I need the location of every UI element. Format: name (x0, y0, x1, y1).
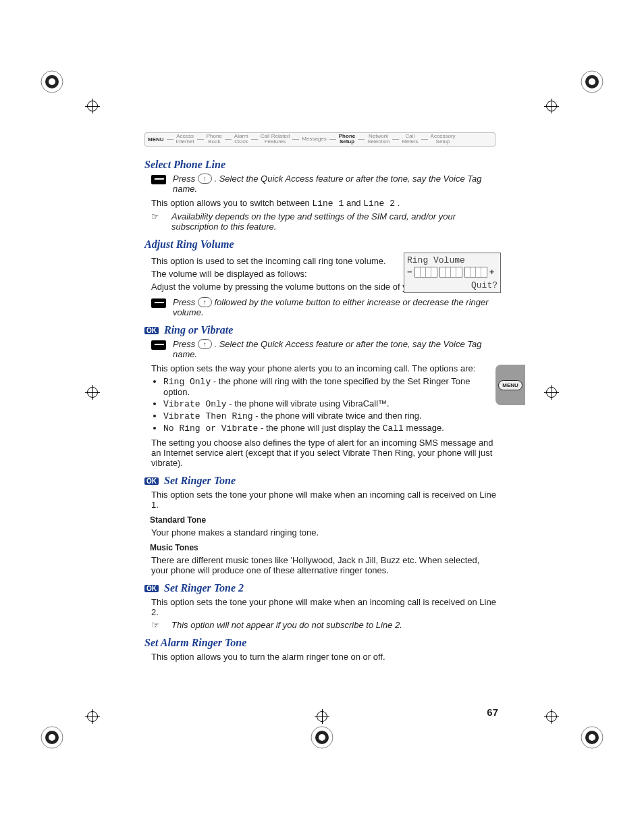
registration-mark-icon (311, 726, 333, 749)
body-text: This option sets the tone your phone wil… (151, 490, 498, 510)
tip-text: Press (173, 297, 198, 307)
list-item: Ring Only - the phone will ring with the… (163, 376, 498, 397)
list-item: No Ring or Vibrate - the phone will just… (163, 423, 498, 434)
volume-plus-icon: + (489, 267, 495, 278)
crosshair-icon (544, 385, 559, 400)
section-heading-adjust-ring-volume: Adjust Ring Volume (144, 238, 498, 251)
quick-access-icon (151, 175, 166, 184)
section-heading-set-ringer-tone-2: OK Set Ringer Tone 2 (144, 582, 498, 594)
section-heading-set-ringer-tone: OK Set Ringer Tone (144, 475, 498, 487)
ok-badge-icon: OK (144, 477, 159, 485)
crosshair-icon (85, 385, 100, 400)
breadcrumb-menu-label: MENU (148, 136, 164, 142)
section-heading-select-phone-line: Select Phone Line (144, 159, 498, 171)
breadcrumb-item: Messages (302, 136, 326, 142)
tip-block: Press ↑ followed by the volume button to… (151, 297, 498, 317)
body-text: Your phone makes a standard ringing tone… (151, 527, 498, 538)
breadcrumb-item: Network Selection (367, 134, 390, 145)
breadcrumb-item: Call Related Features (261, 134, 290, 145)
crosshair-icon (544, 99, 559, 113)
options-list: Ring Only - the phone will ring with the… (151, 376, 498, 434)
quick-access-icon (151, 340, 166, 350)
tip-text: followed by the volume button to either … (173, 297, 489, 317)
side-tab-label: MENU (498, 380, 522, 390)
breadcrumb-item: Accessory Setup (431, 134, 456, 145)
breadcrumb-item: Access Internet (176, 134, 194, 145)
side-tab-menu: MENU (495, 365, 525, 405)
crosshair-icon (85, 99, 100, 113)
body-text: This option allows you to switch between… (151, 198, 498, 209)
registration-mark-icon (581, 70, 603, 93)
note-icon: ☞ (151, 620, 167, 630)
svg-point-5 (589, 78, 595, 85)
body-text: This option sets the tone your phone wil… (151, 597, 498, 617)
tip-text: Press (173, 339, 198, 349)
menu-breadcrumb: MENU Access Internet Phone Book Alarm Cl… (144, 132, 495, 147)
breadcrumb-item: Call Meters (402, 134, 418, 145)
note-text: This option will not appear if you do no… (171, 620, 402, 630)
note-block: ☞ Availability depends on the type and s… (151, 211, 498, 232)
crosshair-icon (544, 709, 559, 724)
crosshair-icon (85, 709, 100, 724)
svg-point-2 (49, 78, 55, 85)
lcd-quit-label: Quit? (407, 280, 498, 290)
list-item: Vibrate Only - the phone will vibrate us… (163, 398, 498, 409)
body-text: The setting you choose also defines the … (151, 438, 498, 468)
body-text: This option allows you to turn the alarm… (151, 652, 498, 662)
body-text: There are different music tones like 'Ho… (151, 555, 498, 575)
list-item: Vibrate Then Ring - the phone will vibra… (163, 411, 498, 421)
tip-text: . Select the Quick Access feature or aft… (173, 339, 481, 359)
note-block: ☞ This option will not appear if you do … (151, 620, 498, 630)
page-number: 67 (487, 706, 498, 718)
tip-block: Press ↑ . Select the Quick Access featur… (151, 339, 498, 359)
up-key-icon: ↑ (198, 297, 212, 307)
tip-text: . Select the Quick Access feature or aft… (173, 174, 481, 194)
subheading-standard-tone: Standard Tone (150, 515, 498, 525)
tip-text: Press (173, 174, 198, 184)
section-heading-set-alarm-ringer-tone: Set Alarm Ringer Tone (144, 637, 498, 649)
note-icon: ☞ (151, 211, 167, 232)
breadcrumb-item-active: Phone Setup (339, 134, 355, 145)
ok-badge-icon: OK (144, 327, 159, 334)
ok-badge-icon: OK (144, 585, 159, 592)
registration-mark-icon (581, 726, 603, 749)
note-text: Availability depends on the type and set… (171, 211, 498, 232)
registration-mark-icon (41, 726, 63, 749)
volume-minus-icon: − (407, 267, 412, 278)
svg-point-8 (49, 734, 55, 741)
subheading-music-tones: Music Tones (150, 543, 498, 552)
svg-point-11 (589, 734, 595, 741)
section-heading-ring-or-vibrate: OK Ring or Vibrate (144, 324, 498, 336)
svg-point-14 (319, 734, 325, 741)
lcd-title: Ring Volume (407, 255, 498, 265)
registration-mark-icon (41, 70, 63, 93)
body-text: This option sets the way your phone aler… (151, 363, 498, 373)
tip-block: Press ↑ . Select the Quick Access featur… (151, 174, 498, 194)
breadcrumb-item: Phone Book (207, 134, 222, 145)
quick-access-icon (151, 298, 166, 308)
crosshair-icon (315, 709, 329, 724)
lcd-preview: Ring Volume − + Quit? (404, 253, 501, 293)
up-key-icon: ↑ (198, 339, 212, 349)
up-key-icon: ↑ (198, 174, 212, 184)
breadcrumb-item: Alarm Clock (234, 134, 248, 145)
